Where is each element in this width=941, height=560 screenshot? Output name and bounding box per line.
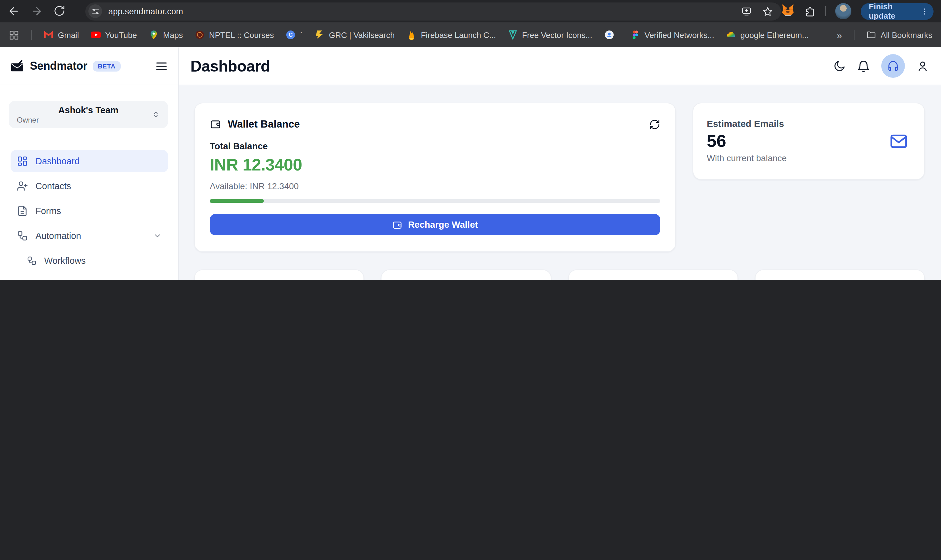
bookmark-gmail[interactable]: Gmail — [43, 30, 79, 40]
bookmark-verified-networks[interactable]: Verified Networks... — [630, 30, 714, 40]
nptel-icon — [195, 30, 205, 40]
toolbar-divider — [825, 6, 826, 16]
bookmark-nptel[interactable]: NPTEL :: Courses — [195, 30, 274, 40]
app-window: Sendmator BETA Ashok's Team Owner Dashbo… — [0, 47, 941, 280]
balance-progress-fill — [210, 199, 264, 203]
sidebar: Sendmator BETA Ashok's Team Owner Dashbo… — [0, 47, 179, 280]
chevron-down-icon — [153, 231, 162, 240]
balance-progress-bar — [210, 199, 660, 203]
sidebar-item-triggers[interactable]: Triggers — [11, 274, 168, 280]
sidebar-item-contacts[interactable]: Contacts — [11, 175, 168, 197]
stat-card-wallet: Wallet Balance ₹12.3400 Available balanc… — [194, 269, 364, 280]
account-user-icon[interactable] — [916, 59, 929, 72]
sidebar-item-forms[interactable]: Forms — [11, 200, 168, 222]
extensions-icon[interactable] — [804, 5, 816, 17]
folder-icon — [866, 30, 876, 40]
finish-update-button[interactable]: Finish update — [861, 3, 933, 20]
nav-label: Forms — [35, 206, 61, 216]
all-bookmarks-button[interactable]: All Bookmarks — [866, 30, 932, 40]
nav-label: Workflows — [44, 256, 86, 266]
dashboard-grid-icon — [17, 155, 28, 167]
google-cloud-icon — [726, 30, 736, 40]
beta-badge: BETA — [93, 61, 120, 71]
gmail-icon — [43, 30, 54, 40]
svg-text:C: C — [289, 32, 293, 38]
dark-mode-icon[interactable] — [833, 59, 846, 72]
bookmarks-overflow-icon[interactable]: » — [837, 29, 842, 40]
nav-label: Automation — [35, 231, 81, 241]
chevrons-up-down-icon — [151, 110, 160, 119]
site-settings-icon[interactable] — [88, 5, 102, 18]
page-header: Dashboard — [179, 47, 941, 85]
bookmarks-bar: Gmail YouTube Maps NPTEL :: Courses C` G… — [0, 22, 941, 47]
refresh-balance-icon[interactable] — [649, 118, 660, 130]
total-balance-value: INR 12.3400 — [210, 155, 660, 175]
team-selector[interactable]: Ashok's Team Owner — [9, 101, 168, 128]
bookmark-circle[interactable] — [604, 30, 618, 40]
wallet-icon — [392, 219, 402, 230]
youtube-icon — [91, 30, 101, 40]
browser-toolbar: app.sendmator.com Finish update — [0, 0, 941, 22]
metamask-icon[interactable] — [781, 3, 795, 19]
bookmark-maps[interactable]: Maps — [149, 30, 183, 40]
estimated-emails-card: Estimated Emails 56 With current balance — [692, 103, 925, 180]
profile-avatar[interactable] — [835, 3, 852, 19]
sidebar-item-workflows[interactable]: Workflows — [11, 249, 168, 272]
wallet-card-title: Wallet Balance — [228, 118, 300, 130]
stat-card-sms: SMS Messages 0 SMS sent last 30 days — [568, 269, 738, 280]
team-name: Ashok's Team — [9, 101, 168, 115]
bookmark-youtube[interactable]: YouTube — [91, 30, 137, 40]
bookmarks-divider — [31, 30, 32, 40]
wallet-balance-card: Wallet Balance Total Balance INR 12.3400… — [194, 103, 676, 252]
c-circle-icon: C — [286, 30, 296, 40]
stat-card-templates: Templates 9 Email templates created — [755, 269, 925, 280]
bookmark-firebase[interactable]: Firebase Launch C... — [407, 30, 496, 40]
bookmark-c[interactable]: C` — [286, 30, 303, 40]
bookmark-google-ethereum[interactable]: google Ethereum... — [726, 30, 809, 40]
back-icon[interactable] — [8, 5, 20, 17]
estimated-emails-title: Estimated Emails — [707, 118, 910, 129]
sidebar-item-automation[interactable]: Automation — [11, 225, 168, 247]
vakilsearch-icon — [314, 30, 325, 40]
recharge-wallet-button[interactable]: Recharge Wallet — [210, 214, 660, 235]
brand-logo-icon — [10, 59, 24, 73]
maps-icon — [149, 30, 159, 40]
stat-card-email: Email Messages 274 Emails sent last 30 d… — [381, 269, 551, 280]
sidebar-toggle-icon[interactable] — [155, 59, 168, 72]
estimated-emails-subtitle: With current balance — [707, 153, 910, 163]
workflow-icon — [27, 256, 37, 266]
screen: app.sendmator.com Finish update Gmail Yo… — [0, 0, 941, 280]
sidebar-header: Sendmator BETA — [0, 47, 178, 85]
refresh-icon[interactable] — [54, 5, 66, 17]
install-app-icon[interactable] — [741, 6, 752, 17]
bookmark-freevector[interactable]: Free Vector Icons... — [508, 30, 592, 40]
nav-label: Contacts — [35, 181, 71, 191]
notifications-bell-icon[interactable] — [857, 59, 870, 72]
sidebar-item-dashboard[interactable]: Dashboard — [11, 150, 168, 172]
bookmarks-divider-right — [854, 30, 855, 40]
user-plus-icon — [17, 180, 28, 192]
workflow-icon — [17, 230, 28, 242]
circle-app-icon — [604, 30, 614, 40]
bookmark-star-icon[interactable] — [762, 6, 773, 17]
firebase-icon — [407, 30, 416, 40]
address-bar[interactable]: app.sendmator.com — [85, 2, 781, 20]
team-role: Owner — [17, 116, 39, 125]
figma-icon — [630, 30, 640, 40]
wallet-icon — [210, 118, 222, 130]
brand-name: Sendmator — [30, 59, 87, 72]
file-text-icon — [17, 205, 28, 217]
freevector-icon — [508, 30, 518, 40]
estimated-emails-value: 56 — [707, 131, 910, 151]
browser-menu-icon — [921, 6, 929, 16]
apps-grid-icon[interactable] — [9, 29, 19, 40]
bookmark-grc[interactable]: GRC | Vakilsearch — [314, 30, 394, 40]
mail-icon — [889, 132, 908, 151]
main-area: Dashboard Wallet Balance — [179, 47, 941, 280]
available-balance-label: Available: INR 12.3400 — [210, 181, 660, 191]
nav-label: Dashboard — [35, 156, 80, 166]
page-title: Dashboard — [191, 57, 270, 75]
total-balance-label: Total Balance — [210, 141, 660, 151]
support-headset-icon[interactable] — [881, 54, 905, 78]
forward-icon[interactable] — [31, 5, 43, 17]
